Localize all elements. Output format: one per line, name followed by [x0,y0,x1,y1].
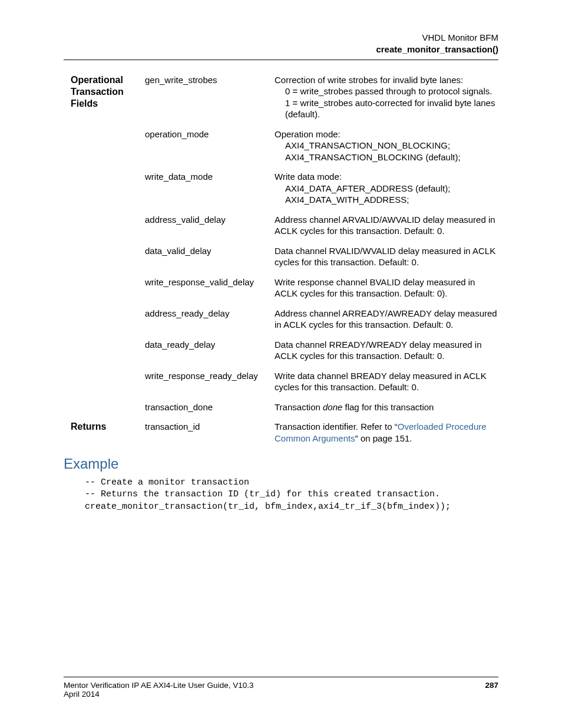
table-row: data_valid_delay Data channel RVALID/WVA… [71,245,498,268]
table-row: write_response_ready_delay Write data ch… [71,370,498,393]
field-name: write_data_mode [145,171,275,183]
field-name: address_valid_delay [145,214,275,226]
table-row: transaction_done Transaction done flag f… [71,401,498,413]
cross-ref-link[interactable]: Overloaded Procedure Common Arguments [275,421,487,443]
section-label: Operational Transaction Fields [71,74,145,110]
field-name: data_valid_delay [145,245,275,257]
table-row: operation_mode Operation mode: AXI4_TRAN… [71,129,498,163]
page-header: VHDL Monitor BFM create_monitor_transact… [64,32,498,56]
page-footer: Mentor Verification IP AE AXI4-Lite User… [64,677,498,699]
field-name: operation_mode [145,129,275,140]
field-desc: Data channel RVALID/WVALID delay measure… [275,245,498,268]
field-name: transaction_done [145,401,275,413]
field-desc: Operation mode: AXI4_TRANSACTION_NON_BLO… [275,129,498,163]
page-number: 287 [485,681,498,690]
table-row: address_valid_delay Address channel ARVA… [71,214,498,237]
field-name: gen_write_strobes [145,74,275,86]
example-heading: Example [64,456,498,472]
field-desc: Address channel ARREADY/AWREADY delay me… [275,308,498,331]
field-name: address_ready_delay [145,308,275,319]
field-desc: Address channel ARVALID/AWVALID delay me… [275,214,498,237]
footer-date: April 2014 [64,690,498,699]
field-desc: Transaction identifier. Refer to “Overlo… [275,421,498,444]
field-desc: Transaction done flag for this transacti… [275,401,498,413]
field-desc: Write data mode: AXI4_DATA_AFTER_ADDRESS… [275,171,498,206]
table-row: Returns transaction_id Transaction ident… [71,421,498,444]
header-rule [64,60,498,60]
table-row: write_data_mode Write data mode: AXI4_DA… [71,171,498,206]
field-name: write_response_valid_delay [145,276,275,288]
section-label: Returns [71,421,145,433]
footer-doc-title: Mentor Verification IP AE AXI4-Lite User… [64,681,253,690]
field-desc: Correction of write strobes for invalid … [275,74,498,120]
field-name: transaction_id [145,421,275,433]
table-row: data_ready_delay Data channel RREADY/WRE… [71,339,498,362]
header-chapter: VHDL Monitor BFM [64,32,498,44]
header-section: create_monitor_transaction() [64,44,498,55]
footer-rule [64,677,498,677]
table-row: write_response_valid_delay Write respons… [71,276,498,299]
table-row: address_ready_delay Address channel ARRE… [71,308,498,331]
field-name: write_response_ready_delay [145,370,275,382]
field-name: data_ready_delay [145,339,275,351]
field-desc: Data channel RREADY/WREADY delay measure… [275,339,498,362]
table-row: Operational Transaction Fields gen_write… [71,74,498,120]
code-block: -- Create a monitor transaction -- Retur… [85,477,498,513]
field-desc: Write response channel BVALID delay meas… [275,276,498,299]
field-desc: Write data channel BREADY delay measured… [275,370,498,393]
